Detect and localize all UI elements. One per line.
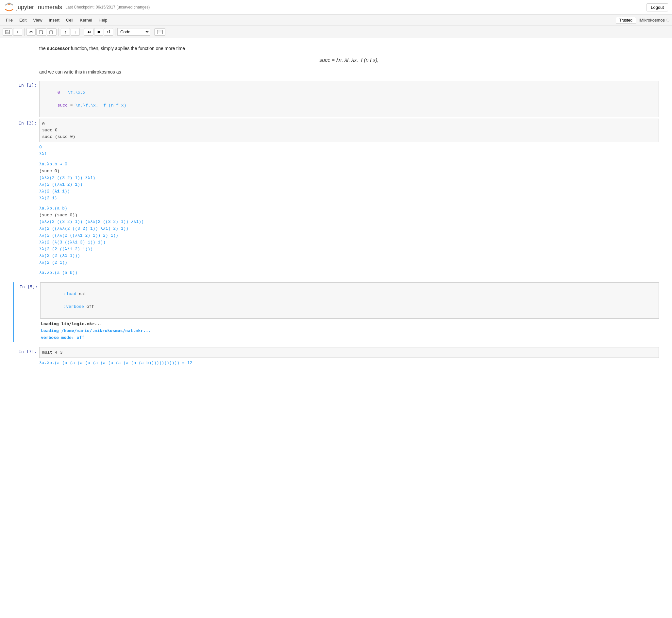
menu-right: Trusted IMikrokosmos	[616, 17, 669, 23]
menu-help[interactable]: Help	[95, 16, 111, 24]
cell-5-area: :load nat :verbose off Loading lib/logic…	[40, 282, 659, 342]
svg-rect-17	[159, 33, 161, 33]
out3-spacer2	[39, 202, 659, 205]
cell-7-output-content: λa.λb.(a (a (a (a (a (a (a (a (a (a (a (…	[39, 359, 659, 367]
cell-3-input[interactable]: 0succ 0succ (succ 0)	[39, 119, 659, 142]
math-formula: succ = λn. λf. λx. f (n f x),	[39, 56, 659, 65]
cell-3-output: 0 λλ1 λa.λb.b ⇒ 0 (succ 0) (λλλ(2 ((3 2)…	[13, 143, 659, 277]
cell2-zero-kw: 0	[58, 90, 60, 95]
cell-7-output: λa.λb.(a (a (a (a (a (a (a (a (a (a (a (…	[13, 359, 659, 367]
out3-line16: λλ(2 (2 (λ1 1)))	[39, 252, 659, 260]
svg-rect-5	[39, 31, 42, 34]
kernel-name-text: IMikrokosmos	[639, 18, 669, 22]
cell2-code1: \f.\x.x	[68, 90, 86, 95]
menu-kernel[interactable]: Kernel	[77, 16, 95, 24]
checkpoint-text: Last Checkpoint: 06/15/2017 (unsaved cha…	[65, 5, 150, 9]
svg-rect-3	[6, 32, 9, 34]
cell-5-label: In [5]:	[14, 282, 40, 289]
out3-line11: (λλλ(2 ((3 2) 1)) (λλλ(2 ((3 2) 1)) λλ1)…	[39, 219, 659, 225]
toolbar-separator-4	[115, 28, 115, 36]
cell5-cmd2: :verbose	[64, 304, 84, 309]
out3-line13: λλ(2 ((λλ(2 ((λλ1 2) 1)) 2) 1))	[39, 232, 659, 239]
svg-rect-16	[161, 32, 162, 32]
keyboard-icon	[157, 30, 163, 34]
text-cell-intro: the successor function, then, simply app…	[13, 45, 659, 76]
spacer-after-cell5	[13, 343, 659, 347]
cell-7-wrapper: In [7]: mult 4 3	[13, 347, 659, 358]
toolbar-separator-1	[24, 28, 24, 36]
keyboard-button[interactable]	[154, 28, 165, 36]
cell-7-input[interactable]: mult 4 3	[39, 347, 659, 358]
jupyter-logo-svg	[4, 2, 14, 12]
move-up-button[interactable]: ↑	[61, 28, 70, 36]
cell-type-select[interactable]: Code Markdown Raw NBConvert Heading	[117, 28, 150, 36]
copy-button[interactable]	[36, 28, 46, 36]
svg-rect-11	[160, 31, 161, 31]
cell5-out3: verbose mode: off	[41, 334, 659, 341]
out3-line2: λλ1	[39, 151, 659, 158]
notebook-title[interactable]: numerals	[38, 4, 62, 11]
menu-file[interactable]: File	[3, 16, 16, 24]
svg-rect-15	[160, 32, 161, 32]
trusted-button[interactable]: Trusted	[616, 17, 636, 23]
cell5-out2: Loading /home/mario/.mikrokosmos/nat.mkr…	[41, 327, 659, 334]
out3-line17: λλ(2 (2 1))	[39, 260, 659, 266]
out3-line6: λλ(2 ((λλ1 2) 1))	[39, 181, 659, 188]
restart-button[interactable]: ↺	[104, 28, 113, 36]
toolbar-separator-2	[59, 28, 59, 36]
out3-line4: (succ 0)	[39, 168, 659, 175]
svg-rect-14	[159, 32, 160, 32]
menu-insert[interactable]: Insert	[45, 16, 63, 24]
cut-button[interactable]: ✂	[26, 28, 36, 36]
svg-rect-2	[6, 30, 8, 31]
cell-3-output-content: 0 λλ1 λa.λb.b ⇒ 0 (succ 0) (λλλ(2 ((3 2)…	[39, 143, 659, 277]
logout-button[interactable]: Logout	[647, 3, 668, 11]
svg-rect-9	[158, 31, 159, 31]
save-button[interactable]	[3, 28, 12, 36]
out3-line9: λa.λb.(a b)	[39, 205, 659, 212]
out3-line15: λλ(2 (2 ((λλ1 2) 1)))	[39, 246, 659, 253]
out3-line10: (succ (succ 0))	[39, 212, 659, 219]
move-down-button[interactable]: ↓	[71, 28, 80, 36]
svg-rect-7	[50, 30, 52, 31]
paste-button[interactable]	[47, 28, 57, 36]
toolbar: + ✂ ↑ ↓ ⏮ ■ ↺ Code Markdown Raw NBConver…	[0, 26, 672, 38]
stop-button[interactable]: ■	[94, 28, 103, 36]
menu-view[interactable]: View	[30, 16, 45, 24]
cell-2-input[interactable]: 0 = \f.\x.x succ = \n.\f.\x. f (n f x)	[39, 81, 659, 117]
cell-2-wrapper: In [2]: 0 = \f.\x.x succ = \n.\f.\x. f (…	[13, 81, 659, 117]
out3-line7: λλ(2 (λ1 1))	[39, 188, 659, 195]
svg-rect-12	[161, 31, 162, 31]
paste-icon	[50, 30, 54, 34]
cell-2-label: In [2]:	[13, 81, 39, 88]
out3-line1: 0	[39, 144, 659, 151]
out3-line5: (λλλ(2 ((3 2) 1)) λλ1)	[39, 175, 659, 182]
out3-spacer3	[39, 266, 659, 270]
cell-5-wrapper: In [5]: :load nat :verbose off Loading l…	[13, 282, 659, 342]
add-cell-button[interactable]: +	[13, 28, 22, 36]
cell-5-input[interactable]: :load nat :verbose off	[40, 282, 659, 319]
toolbar-separator-3	[82, 28, 82, 36]
save-icon	[5, 30, 10, 34]
out3-line18: λa.λb.(a (a b))	[39, 270, 659, 277]
svg-rect-10	[159, 31, 160, 31]
menubar: File Edit View Insert Cell Kernel Help T…	[0, 15, 672, 26]
jupyter-logo: jupyter	[4, 2, 34, 12]
jupyter-text: jupyter	[16, 4, 34, 11]
toolbar-separator-5	[152, 28, 152, 36]
out3-spacer1	[39, 158, 659, 161]
menu-edit[interactable]: Edit	[16, 16, 30, 24]
cell-3-label: In [3]:	[13, 119, 39, 125]
topbar: jupyter numerals Last Checkpoint: 06/15/…	[0, 0, 672, 15]
svg-rect-13	[158, 32, 159, 32]
fast-forward-button[interactable]: ⏮	[84, 28, 93, 36]
cell-3-wrapper: In [3]: 0succ 0succ (succ 0)	[13, 119, 659, 142]
kernel-name-label: IMikrokosmos	[639, 18, 665, 22]
out3-line14: λλ(2 (λ(3 ((λλ1 3) 1)) 1))	[39, 239, 659, 246]
kernel-status-circle	[666, 19, 669, 22]
out3-line3: λa.λb.b ⇒ 0	[39, 161, 659, 168]
menu-cell[interactable]: Cell	[63, 16, 77, 24]
cell5-cmd1: :load	[64, 292, 76, 296]
cell2-code2: \n.\f.\x. f (n f x)	[75, 103, 126, 108]
copy-icon	[39, 30, 43, 34]
